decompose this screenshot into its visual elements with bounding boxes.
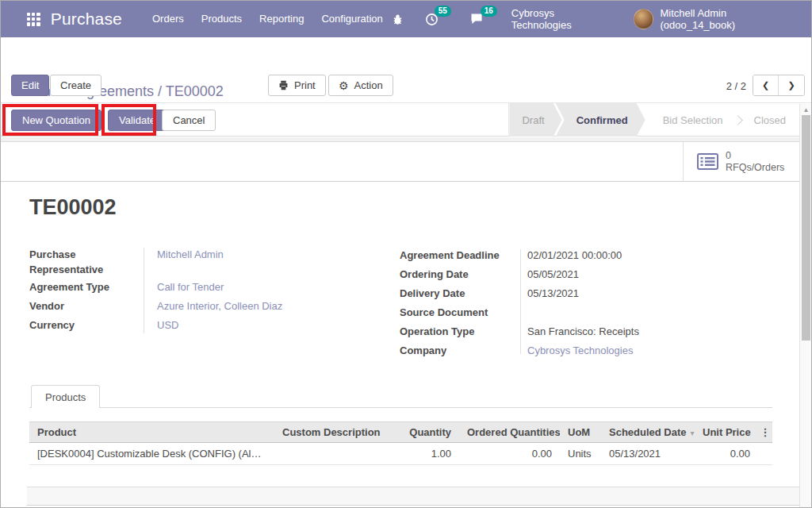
table-header-row: Product Custom Description Quantity Orde… [29, 422, 772, 443]
button-box: 0 RFQs/Orders [1, 141, 799, 182]
menu-orders[interactable]: Orders [144, 1, 193, 37]
field-value-agreement-deadline: 02/01/2021 00:00:00 [520, 248, 780, 267]
cell-custom-description[interactable] [274, 443, 389, 465]
printer-icon [278, 80, 289, 90]
smart-button-label: RFQs/Orders [726, 162, 784, 174]
field-value-delivery-date: 05/13/2021 [520, 286, 780, 305]
tab-products[interactable]: Products [31, 385, 100, 408]
optional-columns-icon[interactable]: ⋮ [758, 422, 772, 443]
apps-menu-icon[interactable] [27, 13, 40, 26]
field-label-source-document: Source Document [400, 305, 520, 324]
column-header-quantity[interactable]: Quantity [389, 422, 459, 443]
field-label-delivery-date: Delivery Date [400, 286, 520, 305]
field-value-purchase-representative[interactable]: Mitchell Admin [145, 247, 370, 279]
breadcrumb-separator: / [154, 83, 166, 99]
activities-badge[interactable]: 55 [435, 6, 451, 17]
company-switcher[interactable]: Cybrosys Technologies [511, 7, 614, 31]
field-value-vendor[interactable]: Azure Interior, Colleen Diaz [145, 298, 370, 318]
tab-baseline [29, 407, 772, 408]
column-header-product[interactable]: Product [29, 422, 274, 443]
new-quotation-button[interactable]: New Quotation [11, 110, 102, 131]
rfqs-orders-smart-button[interactable]: 0 RFQs/Orders [684, 142, 799, 181]
field-label-ordering-date: Ordering Date [400, 267, 520, 286]
vertical-scrollbar[interactable]: ▲ [799, 104, 812, 508]
pager-previous-icon[interactable]: ❮ [753, 75, 779, 95]
cell-uom[interactable]: Units [560, 443, 601, 465]
cell-options [758, 443, 772, 465]
field-value-agreement-type[interactable]: Call for Tender [145, 279, 370, 298]
pager-next-icon[interactable]: ❯ [779, 75, 804, 95]
field-value-currency[interactable]: USD [145, 318, 370, 337]
field-group-right: Agreement Deadline 02/01/2021 00:00:00 O… [400, 248, 780, 362]
debug-bug-icon[interactable] [392, 13, 404, 25]
menu-reporting[interactable]: Reporting [251, 1, 312, 37]
stage-bid-selection[interactable]: Bid Selection [647, 103, 736, 137]
stage-draft[interactable]: Draft [509, 103, 561, 137]
cell-product[interactable]: [DESK0004] Customizable Desk (CONFIG) (A… [29, 443, 274, 465]
field-label-company: Company [400, 343, 520, 362]
table-row[interactable]: [DESK0004] Customizable Desk (CONFIG) (A… [29, 443, 772, 465]
sheet-footer-strip [27, 487, 799, 506]
scrollbar-up-arrow-icon[interactable]: ▲ [800, 106, 812, 114]
list-icon [697, 153, 718, 170]
smart-button-count: 0 [726, 150, 784, 162]
scrollbar-thumb[interactable] [802, 115, 810, 341]
field-label-agreement-deadline: Agreement Deadline [400, 248, 520, 267]
messages-chat-icon[interactable]: 16 [470, 13, 485, 25]
app-title: Purchase [51, 10, 122, 29]
statusbar: New Quotation Validate Cancel Draft Conf… [1, 102, 811, 137]
print-label: Print [294, 79, 316, 91]
validate-button[interactable]: Validate [108, 110, 167, 131]
field-label-agreement-type: Agreement Type [29, 279, 145, 298]
field-label-purchase-representative: Purchase Representative [29, 247, 145, 279]
stage-closed[interactable]: Closed [741, 103, 799, 137]
field-separator-line-right [520, 249, 521, 354]
stage-confirmed[interactable]: Confirmed [556, 103, 645, 137]
field-group-left: Purchase Representative Mitchell Admin A… [29, 247, 370, 337]
gear-icon: ⚙ [339, 80, 349, 91]
main-menu: Orders Products Reporting Configuration [144, 1, 392, 37]
scheduled-date-label: Scheduled Date [609, 426, 687, 438]
field-value-source-document [520, 305, 780, 324]
field-separator-line-left [144, 248, 144, 333]
field-label-vendor: Vendor [29, 298, 145, 318]
menu-products[interactable]: Products [193, 1, 251, 37]
create-button[interactable]: Create [50, 75, 102, 96]
field-value-operation-type: San Francisco: Receipts [520, 324, 780, 343]
user-menu[interactable]: Mitchell Admin (odoo_14_book) [660, 7, 800, 31]
column-header-ordered-quantities[interactable]: Ordered Quantities [459, 422, 560, 443]
control-panel: Purchase Agreements / TE00002 Edit Creat… [1, 37, 811, 102]
activities-clock-icon[interactable]: 55 [425, 13, 439, 26]
avatar[interactable] [634, 9, 653, 29]
print-button[interactable]: Print [268, 75, 326, 96]
products-table: Product Custom Description Quantity Orde… [29, 421, 772, 465]
stage-pipeline: Draft Confirmed Bid Selection Closed [508, 103, 799, 137]
edit-button[interactable]: Edit [11, 75, 49, 96]
menu-configuration[interactable]: Configuration [312, 1, 391, 37]
sort-descending-icon: ▾ [691, 429, 695, 437]
cell-ordered-quantities[interactable]: 0.00 [459, 443, 560, 465]
column-header-uom[interactable]: UoM [560, 422, 601, 443]
field-label-operation-type: Operation Type [400, 324, 520, 343]
navbar-systray: 55 16 Cybrosys Technologies Mitchell Adm… [392, 7, 800, 31]
field-value-ordering-date: 05/05/2021 [520, 267, 780, 286]
column-header-scheduled-date[interactable]: Scheduled Date▾ [601, 422, 695, 443]
action-button[interactable]: ⚙ Action [328, 75, 393, 96]
top-navbar: Purchase Orders Products Reporting Confi… [1, 1, 811, 37]
record-title: TE00002 [29, 195, 117, 220]
pager: ❮ ❯ [753, 75, 805, 96]
action-label: Action [354, 79, 383, 91]
pager-counter: 2 / 2 [711, 80, 746, 92]
column-header-unit-price[interactable]: Unit Price [695, 422, 758, 443]
cancel-button[interactable]: Cancel [162, 110, 216, 131]
field-label-currency: Currency [29, 318, 145, 337]
column-header-custom-description[interactable]: Custom Description [274, 422, 389, 443]
messages-badge[interactable]: 16 [481, 6, 497, 17]
cell-unit-price[interactable]: 0.00 [695, 443, 758, 465]
breadcrumb-current: TE00002 [166, 83, 224, 99]
cell-quantity[interactable]: 1.00 [389, 443, 459, 465]
field-value-company[interactable]: Cybrosys Technologies [520, 343, 780, 362]
cell-scheduled-date[interactable]: 05/13/2021 [601, 443, 695, 465]
